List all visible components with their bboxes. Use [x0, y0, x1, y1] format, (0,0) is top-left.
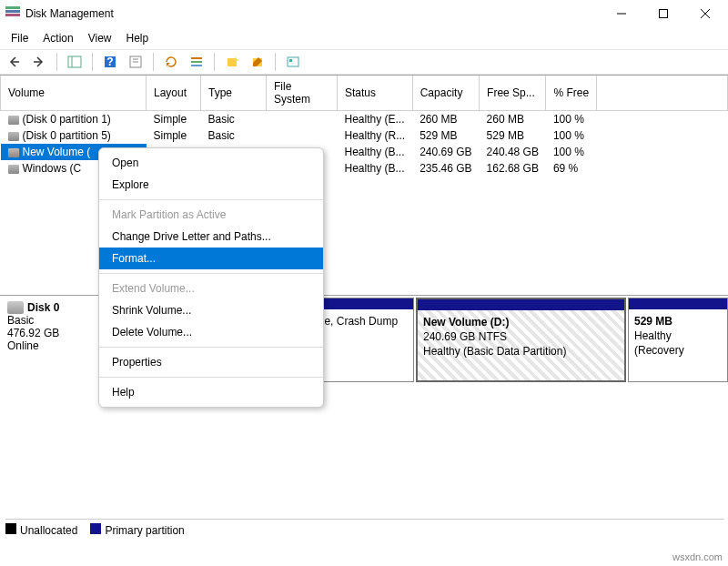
forward-button[interactable]: [29, 52, 49, 72]
window-title: Disk Management: [25, 7, 601, 20]
menubar: File Action View Help: [0, 27, 728, 49]
svg-rect-18: [288, 57, 298, 66]
partition-5[interactable]: 529 MB Healthy (Recovery: [628, 298, 728, 382]
back-button[interactable]: [4, 52, 24, 72]
menu-view[interactable]: View: [81, 29, 119, 47]
maximize-button[interactable]: [642, 0, 684, 27]
close-button[interactable]: [684, 0, 726, 27]
disk-type: Basic: [7, 314, 92, 327]
disk-name: Disk 0: [27, 301, 59, 314]
watermark: wsxdn.com: [672, 551, 723, 562]
ctx-mark-active: Mark Partition as Active: [99, 204, 323, 226]
partition-info: 240.69 GB NTFS: [423, 329, 619, 344]
partition-name: New Volume (D:): [423, 315, 619, 329]
toolbar: ?: [0, 49, 728, 75]
ctx-shrink[interactable]: Shrink Volume...: [99, 299, 323, 321]
svg-rect-6: [68, 56, 81, 67]
col-pctfree[interactable]: % Free: [546, 76, 597, 111]
col-type[interactable]: Type: [201, 76, 267, 111]
ctx-explore[interactable]: Explore: [99, 174, 323, 196]
ctx-format[interactable]: Format...: [99, 248, 323, 269]
ctx-help[interactable]: Help: [99, 381, 323, 403]
svg-rect-19: [289, 59, 292, 62]
disk-size: 476.92 GB: [7, 327, 92, 339]
col-filesystem[interactable]: File System: [267, 76, 338, 111]
disk-info[interactable]: Disk 0 Basic 476.92 GB Online: [0, 296, 100, 384]
svg-rect-13: [191, 57, 202, 59]
menu-file[interactable]: File: [4, 29, 35, 47]
table-row[interactable]: (Disk 0 partition 1)SimpleBasicHealthy (…: [1, 111, 728, 128]
properties-icon[interactable]: [126, 52, 146, 72]
partition-4-selected[interactable]: New Volume (D:) 240.69 GB NTFS Healthy (…: [416, 298, 626, 382]
menu-action[interactable]: Action: [35, 29, 80, 47]
table-row[interactable]: (Disk 0 partition 5)SimpleBasicHealthy (…: [1, 127, 728, 144]
disk-icon: [7, 301, 24, 314]
volume-icon: [8, 165, 19, 174]
menu-help[interactable]: Help: [119, 29, 157, 47]
volume-icon: [8, 148, 19, 157]
new-icon[interactable]: [222, 52, 242, 72]
svg-rect-1: [660, 10, 668, 18]
col-status[interactable]: Status: [338, 76, 413, 111]
svg-rect-14: [191, 61, 202, 63]
col-volume[interactable]: Volume: [1, 76, 147, 111]
swatch-unallocated: [5, 523, 16, 534]
col-extra[interactable]: [597, 76, 728, 111]
partition-status: Healthy (Basic Data Partition): [423, 344, 619, 359]
show-hide-button[interactable]: [65, 52, 85, 72]
col-layout[interactable]: Layout: [147, 76, 201, 111]
edit-icon[interactable]: [248, 52, 268, 72]
partition-status: Healthy (Recovery: [634, 328, 722, 358]
ctx-properties[interactable]: Properties: [99, 351, 323, 373]
col-free[interactable]: Free Sp...: [480, 76, 546, 111]
swatch-primary: [90, 523, 101, 534]
ctx-delete[interactable]: Delete Volume...: [99, 321, 323, 343]
context-menu: Open Explore Mark Partition as Active Ch…: [98, 147, 324, 408]
titlebar: Disk Management: [0, 0, 728, 27]
refresh-icon[interactable]: [161, 52, 181, 72]
ctx-extend: Extend Volume...: [99, 278, 323, 299]
minimize-button[interactable]: [601, 0, 642, 27]
volume-icon: [8, 132, 19, 141]
ctx-change-letter[interactable]: Change Drive Letter and Paths...: [99, 226, 323, 248]
partition-size: 529 MB: [634, 314, 722, 328]
volume-icon: [8, 116, 19, 125]
col-capacity[interactable]: Capacity: [412, 76, 479, 111]
help-icon[interactable]: ?: [100, 52, 120, 72]
settings-icon[interactable]: [283, 52, 303, 72]
ctx-open[interactable]: Open: [99, 152, 323, 174]
app-icon: [5, 6, 20, 21]
svg-rect-15: [191, 65, 202, 66]
disk-state: Online: [7, 339, 92, 352]
svg-text:?: ?: [106, 56, 113, 68]
legend: Unallocated Primary partition: [5, 519, 724, 537]
list-icon[interactable]: [187, 52, 207, 72]
